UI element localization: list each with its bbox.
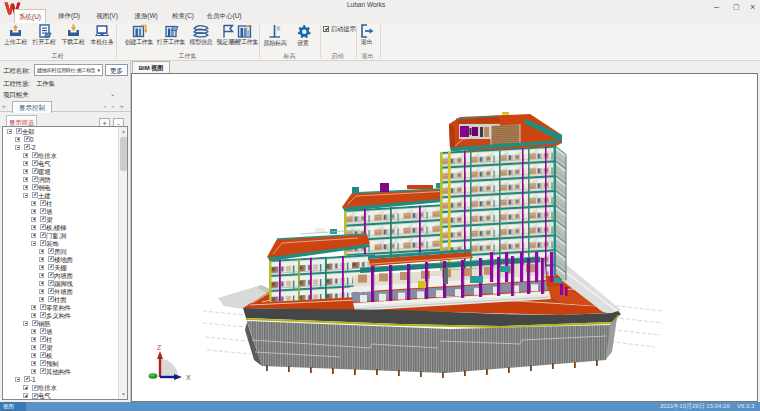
svg-text:X: X [186,374,191,381]
svg-text:Z: Z [157,344,162,351]
